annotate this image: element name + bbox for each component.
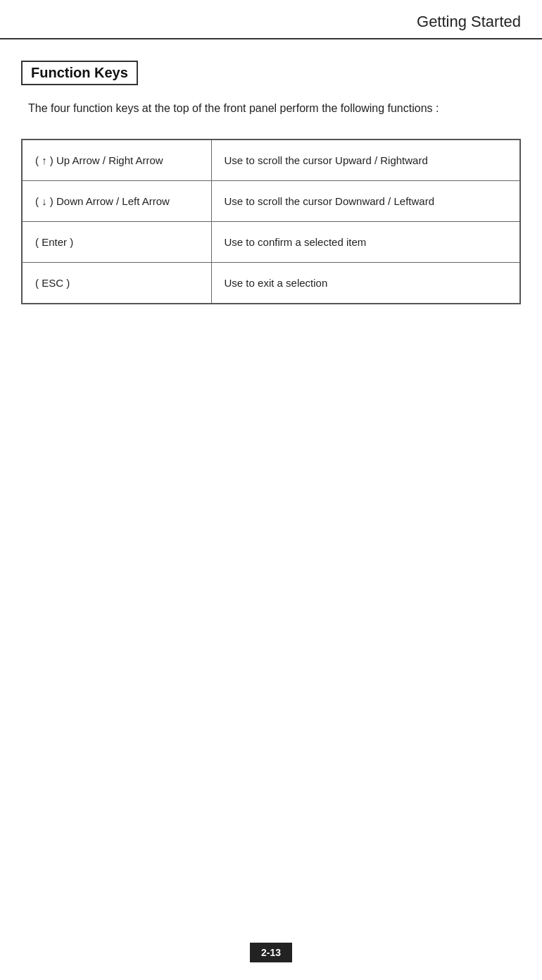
key-cell: ( ↑ ) Up Arrow / Right Arrow [22, 139, 211, 181]
page-content: Function Keys The four function keys at … [0, 39, 542, 325]
table-row: ( Enter )Use to confirm a selected item [22, 221, 520, 262]
intro-text: The four function keys at the top of the… [28, 99, 521, 118]
key-cell: ( ESC ) [22, 262, 211, 304]
page-header: Getting Started [0, 0, 542, 39]
table-row: ( ↑ ) Up Arrow / Right ArrowUse to scrol… [22, 139, 520, 181]
table-row: ( ESC )Use to exit a selection [22, 262, 520, 304]
page-number: 2-13 [250, 943, 292, 962]
page-footer: 2-13 [250, 946, 292, 959]
page-title: Getting Started [417, 13, 521, 30]
description-cell: Use to exit a selection [211, 262, 520, 304]
description-cell: Use to scroll the cursor Downward / Left… [211, 180, 520, 221]
key-cell: ( ↓ ) Down Arrow / Left Arrow [22, 180, 211, 221]
description-cell: Use to confirm a selected item [211, 221, 520, 262]
table-row: ( ↓ ) Down Arrow / Left ArrowUse to scro… [22, 180, 520, 221]
function-keys-table: ( ↑ ) Up Arrow / Right ArrowUse to scrol… [21, 139, 521, 304]
description-cell: Use to scroll the cursor Upward / Rightw… [211, 139, 520, 181]
section-title: Function Keys [21, 61, 138, 85]
key-cell: ( Enter ) [22, 221, 211, 262]
